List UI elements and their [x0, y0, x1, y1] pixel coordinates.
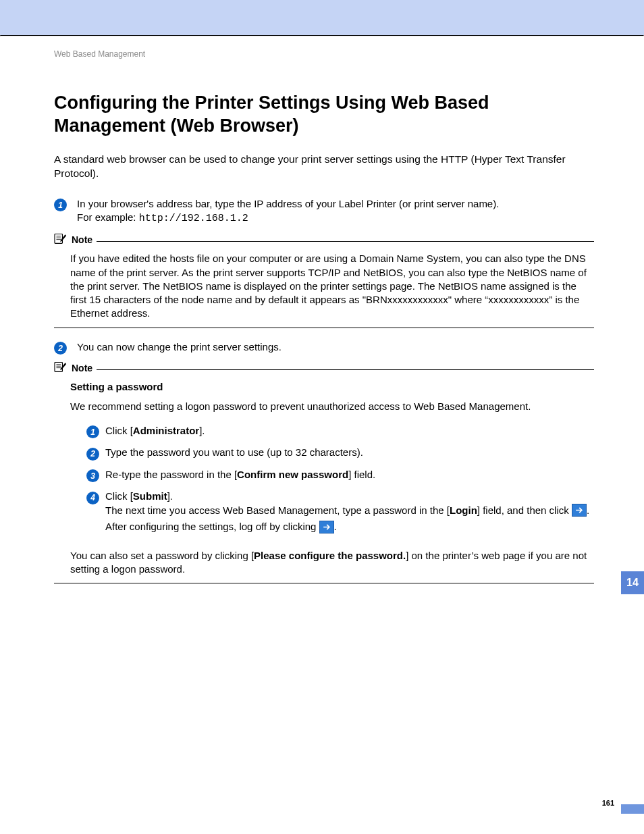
side-stripe	[621, 804, 644, 814]
step-number-icon: 1	[86, 425, 99, 438]
note-1-body: If you have edited the hosts file on you…	[70, 252, 594, 320]
note-2-closing: You can also set a password by clicking …	[70, 549, 594, 577]
arrow-right-icon	[319, 521, 334, 533]
step-1: 1 In your browser's address bar, type th…	[54, 197, 594, 226]
substep-1-text: Click [Administrator].	[105, 425, 205, 436]
note-pencil-icon	[54, 361, 68, 376]
top-banner	[0, 0, 644, 35]
note-2-recommend: We recommend setting a logon password to…	[70, 400, 594, 413]
step-1-example-url: http://192.168.1.2	[139, 213, 248, 224]
svg-rect-4	[55, 362, 62, 371]
substep-2: 2 Type the password you want to use (up …	[86, 446, 594, 460]
step-2-text: You can now change the print server sett…	[77, 341, 281, 353]
substep-3: 3 Re-type the password in the [Confirm n…	[86, 468, 594, 482]
substep-4: 4 Click [Submit]. The next time you acce…	[86, 490, 594, 533]
step-1-line-2-prefix: For example:	[77, 211, 139, 223]
step-number-icon: 1	[54, 199, 67, 211]
substep-3-text: Re-type the password in the [Confirm new…	[105, 469, 375, 480]
substep-4-line-3: After configuring the settings, log off …	[105, 520, 594, 534]
note-1-label: Note	[72, 234, 92, 246]
substep-4-line-1: Click [Submit].	[105, 490, 594, 503]
step-number-icon: 3	[86, 469, 99, 482]
substep-2-text: Type the password you want to use (up to…	[105, 446, 363, 458]
step-1-line-1: In your browser's address bar, type the …	[77, 198, 499, 209]
step-number-icon: 4	[86, 492, 99, 504]
intro-paragraph: A standard web browser can be used to ch…	[54, 153, 594, 181]
section-header-label: Web Based Management	[54, 49, 594, 59]
page-title: Configuring the Printer Settings Using W…	[54, 92, 594, 138]
svg-rect-0	[55, 234, 62, 243]
step-2: 2 You can now change the print server se…	[54, 340, 594, 355]
substep-1: 1 Click [Administrator].	[86, 424, 594, 438]
arrow-right-icon	[572, 504, 587, 517]
note-2-heading: Setting a password	[70, 381, 163, 392]
note-pencil-icon	[54, 232, 68, 248]
step-number-icon: 2	[86, 448, 99, 461]
substep-4-line-2: The next time you access Web Based Manag…	[105, 504, 594, 518]
step-number-icon: 2	[54, 342, 67, 355]
note-block-1: Note If you have edited the hosts file o…	[54, 232, 594, 328]
page-number: 161	[602, 798, 614, 808]
note-block-2: Note Setting a password We recommend set…	[54, 361, 594, 583]
note-2-label: Note	[72, 362, 92, 375]
chapter-side-tab: 14	[621, 571, 644, 594]
